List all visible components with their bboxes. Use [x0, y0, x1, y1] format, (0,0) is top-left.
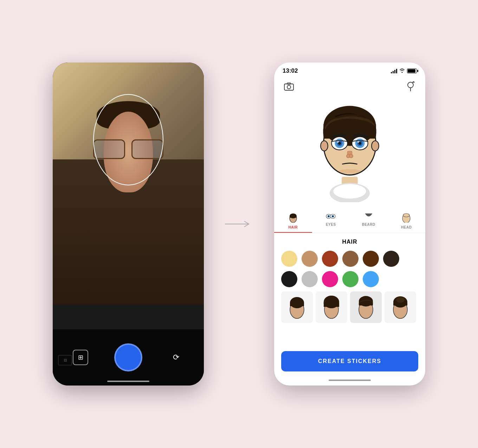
color-row-2 [281, 271, 418, 287]
face-detection-oval [93, 94, 163, 185]
color-black[interactable] [281, 271, 297, 287]
svg-point-53 [396, 297, 405, 303]
svg-rect-3 [287, 83, 291, 84]
gallery-icon: ⊞ [78, 354, 83, 361]
flip-camera-button[interactable]: ⟳ [168, 350, 184, 365]
capture-button[interactable] [114, 343, 142, 371]
hair-section-title: HAIR [281, 239, 418, 245]
create-stickers-button[interactable]: CREATE STICKERS [281, 351, 418, 371]
signal-icon [391, 68, 397, 73]
color-gray[interactable] [302, 271, 318, 287]
hair-styles-row [281, 291, 418, 323]
tab-beard[interactable]: BEARD [350, 209, 388, 233]
svg-rect-1 [284, 84, 293, 90]
app-topbar [274, 77, 425, 97]
svg-point-11 [333, 184, 366, 198]
color-dark-brown[interactable] [363, 251, 379, 267]
gallery-button[interactable]: ⊞ [73, 350, 88, 365]
hair-style-2[interactable] [316, 291, 347, 323]
svg-point-16 [372, 141, 379, 151]
avatar-svg [274, 100, 425, 202]
svg-point-15 [321, 141, 328, 151]
head-tab-label: HEAD [401, 225, 412, 229]
color-brown[interactable] [342, 251, 358, 267]
eyes-tab-label: EYES [326, 223, 336, 226]
feature-tabs: HAIR EYES [274, 209, 425, 233]
color-red[interactable] [322, 251, 338, 267]
color-pink[interactable] [322, 271, 338, 287]
hair-style-3[interactable] [350, 291, 382, 323]
flip-icon: ⟳ [173, 353, 179, 362]
main-container: 🖼 ⊞ ⟳ 13:02 [0, 0, 478, 448]
arrow-svg [225, 219, 253, 229]
status-icons [391, 68, 417, 74]
color-row-1 [281, 251, 418, 267]
beard-tab-label: BEARD [362, 223, 375, 226]
svg-rect-49 [359, 302, 373, 305]
battery-icon [407, 68, 417, 73]
gender-icon-button[interactable] [404, 80, 417, 93]
wifi-icon [399, 68, 405, 74]
color-blue[interactable] [363, 271, 379, 287]
home-indicator-right [274, 375, 425, 386]
svg-point-2 [287, 85, 291, 89]
phone-right: 13:02 [274, 62, 425, 386]
avatar-display [274, 97, 425, 209]
color-green[interactable] [342, 271, 358, 287]
svg-rect-14 [323, 124, 376, 138]
color-blonde[interactable] [281, 251, 297, 267]
svg-point-26 [358, 142, 361, 145]
home-bar [329, 380, 371, 381]
status-bar: 13:02 [274, 62, 425, 77]
svg-rect-46 [324, 303, 339, 307]
camera-icon-button[interactable] [283, 80, 295, 93]
svg-point-35 [328, 216, 329, 217]
svg-point-29 [339, 169, 361, 173]
tab-head[interactable]: HEAD [388, 209, 426, 233]
hair-style-4[interactable] [385, 291, 416, 323]
svg-point-40 [403, 213, 409, 217]
home-indicator [107, 381, 149, 382]
status-time: 13:02 [283, 67, 298, 74]
camera-controls: ⊞ ⟳ [53, 329, 204, 386]
svg-rect-43 [290, 303, 304, 306]
arrow-indicator [225, 219, 253, 229]
color-dark[interactable] [383, 251, 399, 267]
svg-point-28 [349, 154, 353, 158]
eyes-tab-icon [325, 213, 336, 221]
hair-tab-icon [288, 213, 298, 224]
tab-hair[interactable]: HAIR [274, 209, 312, 233]
phone-left: 🖼 ⊞ ⟳ [53, 62, 204, 386]
tab-eyes[interactable]: EYES [312, 209, 350, 233]
head-tab-icon [401, 213, 411, 224]
beard-tab-icon [364, 213, 374, 221]
svg-point-38 [332, 216, 334, 217]
svg-point-25 [338, 142, 341, 145]
hair-tab-label: HAIR [289, 225, 298, 229]
svg-rect-52 [393, 303, 407, 305]
hair-section: HAIR [274, 233, 425, 348]
hair-style-1[interactable] [281, 291, 313, 323]
svg-rect-32 [290, 216, 297, 218]
color-light-brown[interactable] [302, 251, 318, 267]
